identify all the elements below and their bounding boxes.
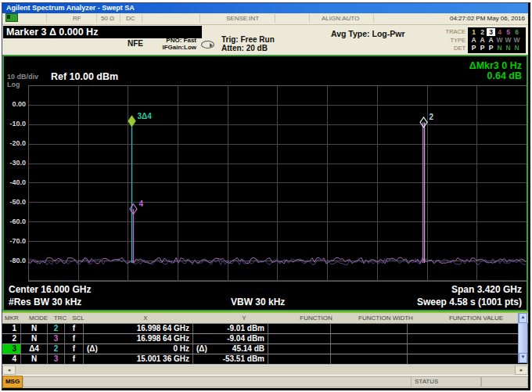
marker-function-value xyxy=(408,334,528,344)
marker-trace: 2 xyxy=(48,324,65,334)
marker-table-header: MKRMODETRCSCLXYFUNCTIONFUNCTION WIDTHFUN… xyxy=(2,313,528,324)
col-header-function-width: FUNCTION WIDTH xyxy=(347,313,424,323)
marker-mode: N xyxy=(21,334,48,344)
spectrum-screen: ΔMkr3 0 Hz 0.64 dB 10 dB/div Log Ref 10.… xyxy=(2,55,528,311)
window-title: Agilent Spectrum Analyzer - Swept SA xyxy=(6,4,135,12)
sweep-indicator-led xyxy=(5,13,18,22)
marker-function-width xyxy=(331,354,408,365)
nfe-label: NFE xyxy=(128,39,143,48)
col-header-trc: TRC xyxy=(52,313,69,323)
trace-detector-3: P xyxy=(487,44,495,52)
marker-scale: f xyxy=(65,334,84,344)
annotation-bar: Center 16.000 GHz Span 3.420 GHz #Res BW… xyxy=(4,282,527,310)
marker-mode: N xyxy=(21,354,48,365)
delta-marker-freq: ΔMkr3 0 Hz xyxy=(469,60,522,71)
trace-type-2: A xyxy=(478,36,487,44)
ifgain-label: IFGain:Low xyxy=(162,44,196,51)
marker-scale: f xyxy=(65,344,84,354)
sense-indicator: SENSE:INT xyxy=(226,15,259,22)
marker-3Δ4-label: 3Δ4 xyxy=(137,112,152,120)
marker-function-width xyxy=(331,324,408,334)
scroll-right-button[interactable]: ► xyxy=(515,365,528,375)
marker-row-2[interactable]: 2N3f16.998 64 GHz-9.04 dBm xyxy=(2,334,528,344)
trace-type-1: A xyxy=(469,36,478,44)
y-tick--40.0: -40.0 xyxy=(4,178,26,186)
marker-row-4[interactable]: 4N3f15.001 36 GHz-53.51 dBm xyxy=(2,354,528,365)
col-header-scl: SCL xyxy=(69,313,88,323)
log-scale-label: Log xyxy=(7,81,20,88)
trace-number-3: 3 xyxy=(487,28,495,36)
col-header-function: FUNCTION xyxy=(285,313,347,323)
atten-label: Atten: 20 dB xyxy=(221,44,268,52)
col-header-function-value: FUNCTION VALUE xyxy=(424,313,528,323)
marker-row-1[interactable]: 1N2f16.998 64 GHz-9.01 dBm xyxy=(2,324,528,334)
horizontal-scrollbar[interactable]: ◄ ► xyxy=(2,365,528,375)
scroll-up-button[interactable]: ▲ xyxy=(519,313,527,323)
marker-scale: f xyxy=(65,324,84,334)
status-strip: RF 50 Ω DC SENSE:INT ALIGN:AUTO 04:27:02… xyxy=(2,13,528,25)
delta-marker-ampl: 0.64 dB xyxy=(487,70,522,81)
trace-number-5: 5 xyxy=(504,28,512,36)
trace-detector-2: P xyxy=(478,44,487,52)
rf-indicator: RF xyxy=(73,15,81,22)
marker-2-label: 2 xyxy=(430,113,434,121)
col-header-mkr: MKR xyxy=(2,313,25,323)
pno-ifgain-label: PNO: Fast IFGain:Low xyxy=(149,37,196,51)
trace-plot: 3Δ442 xyxy=(28,85,527,280)
title-bar: Agilent Spectrum Analyzer - Swept SA xyxy=(2,3,528,13)
marker-3Δ4-diamond xyxy=(128,116,135,126)
datetime: 04:27:02 PM May 06, 2016 xyxy=(450,15,525,22)
marker-function xyxy=(268,334,331,344)
trigger-atten-label: Trig: Free Run Atten: 20 dB xyxy=(221,35,275,52)
marker-x-value: 16.998 64 GHz xyxy=(84,324,193,334)
col-header-y: Y xyxy=(203,313,285,323)
trace-detector-4: N xyxy=(495,44,504,52)
marker-mode: Δ4 xyxy=(21,344,48,354)
trace-detector-5: N xyxy=(504,44,512,52)
marker-function xyxy=(268,344,331,354)
trace-type-5: W xyxy=(504,36,512,44)
horizontal-scroll-track[interactable] xyxy=(16,365,515,375)
coupling-indicator: DC xyxy=(126,15,135,22)
marker-y-value: (Δ)45.14 dB xyxy=(193,344,268,354)
center-freq-label: Center 16.000 GHz xyxy=(9,284,91,295)
type-label: TYPE xyxy=(450,37,466,44)
marker-function-value xyxy=(408,354,528,365)
scroll-down-button[interactable]: ▼ xyxy=(519,353,527,363)
trace-number-1: 1 xyxy=(469,28,478,36)
marker-table: MKRMODETRCSCLXYFUNCTIONFUNCTION WIDTHFUN… xyxy=(2,311,528,365)
delta-marker-readout: ΔMkr3 0 Hz 0.64 dB xyxy=(469,61,522,81)
trace-label: TRACE xyxy=(446,28,466,35)
scroll-left-button[interactable]: ◄ xyxy=(2,365,16,375)
y-tick--10.0: -10.0 xyxy=(4,120,26,128)
marker-table-scrollbar[interactable]: ▲ ▼ xyxy=(518,313,527,363)
analyzer-window: Agilent Spectrum Analyzer - Swept SA RF … xyxy=(2,2,530,390)
col-header-mode: MODE xyxy=(25,313,52,323)
status-cell: STATUS xyxy=(411,376,481,387)
marker-row-3[interactable]: 3Δ42f(Δ)0 Hz(Δ)45.14 dB xyxy=(2,344,528,354)
marker-function-width xyxy=(331,344,408,354)
det-label: DET xyxy=(454,45,466,52)
y-tick--20.0: -20.0 xyxy=(4,139,26,147)
scroll-track[interactable] xyxy=(519,323,527,353)
marker-function-value xyxy=(408,344,528,354)
res-bw-label: #Res BW 30 kHz xyxy=(9,297,81,307)
marker-function xyxy=(268,324,331,334)
y-tick-0.00: 0.00 xyxy=(4,100,26,108)
marker-number: 3 xyxy=(2,344,21,354)
marker-table-body: 1N2f16.998 64 GHz-9.01 dBm2N3f16.998 64 … xyxy=(2,324,528,365)
marker-4-label: 4 xyxy=(138,200,143,208)
impedance-indicator: 50 Ω xyxy=(101,15,114,22)
marker-trace: 3 xyxy=(48,334,65,344)
status-right-cell xyxy=(481,376,528,387)
marker-x-value: 15.001 36 GHz xyxy=(84,354,193,365)
ref-level-label: Ref 10.00 dBm xyxy=(51,71,118,82)
trace-detector-6: N xyxy=(512,44,521,52)
marker-2-diamond xyxy=(420,117,427,128)
col-header-x: X xyxy=(88,313,203,323)
trace-type-4: W xyxy=(495,36,504,44)
y-tick--50.0: -50.0 xyxy=(4,198,26,206)
y-tick--80.0: -80.0 xyxy=(4,257,26,264)
measurement-bar: Marker 3 Δ 0.000 Hz NFE PNO: Fast IFGain… xyxy=(2,25,528,55)
y-tick--60.0: -60.0 xyxy=(4,218,26,225)
